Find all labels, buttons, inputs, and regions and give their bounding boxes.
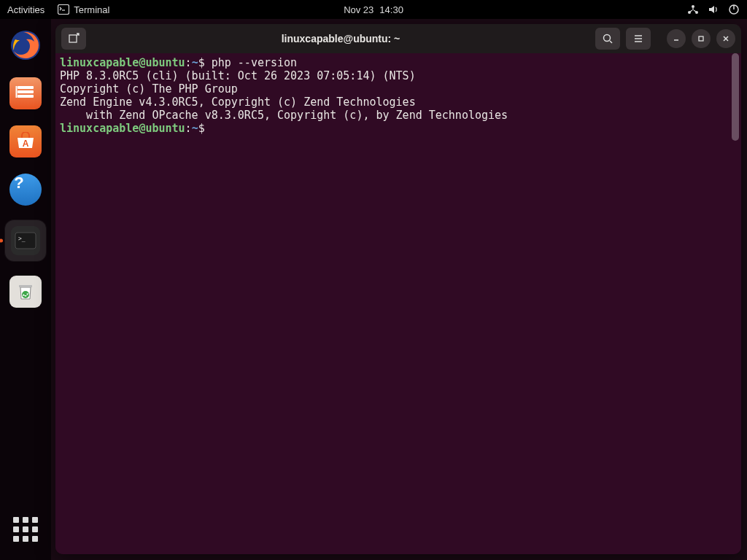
svg-point-17	[604, 35, 611, 42]
new-tab-button[interactable]	[61, 28, 86, 50]
active-app-label: Terminal	[74, 4, 109, 15]
svg-rect-20	[699, 36, 703, 41]
search-button[interactable]	[595, 28, 620, 50]
terminal-scrollbar[interactable]	[732, 53, 739, 552]
show-applications-button[interactable]	[8, 512, 43, 547]
date-label: Nov 23	[344, 4, 374, 15]
hamburger-icon	[632, 33, 644, 44]
network-icon[interactable]	[687, 4, 699, 15]
svg-line-18	[610, 41, 612, 43]
close-icon	[721, 34, 730, 43]
dock: A ? >_	[0, 19, 51, 560]
activities-button[interactable]: Activities	[7, 4, 44, 15]
svg-rect-8	[18, 90, 34, 93]
svg-point-1	[692, 5, 694, 8]
svg-text:>_: >_	[18, 236, 26, 242]
dock-item-files[interactable]	[8, 76, 43, 111]
scrollbar-thumb[interactable]	[732, 53, 739, 141]
close-button[interactable]	[716, 29, 735, 48]
svg-rect-0	[58, 5, 69, 15]
svg-text:A: A	[23, 139, 29, 149]
window-titlebar: linuxcapable@ubuntu: ~	[55, 24, 741, 53]
files-icon	[9, 77, 42, 109]
window-title: linuxcapable@ubuntu: ~	[92, 33, 589, 44]
gnome-topbar: Activities Terminal Nov 23 14:30	[0, 0, 747, 19]
search-icon	[602, 33, 614, 44]
svg-rect-15	[19, 285, 32, 287]
dock-item-trash[interactable]	[8, 274, 43, 309]
time-label: 14:30	[379, 4, 403, 15]
hamburger-menu-button[interactable]	[626, 28, 651, 50]
dock-item-software[interactable]: A	[8, 124, 43, 159]
trash-icon	[9, 276, 42, 308]
new-tab-icon	[68, 33, 80, 44]
dock-item-firefox[interactable]	[8, 28, 43, 63]
volume-icon[interactable]	[708, 4, 719, 15]
svg-rect-16	[69, 35, 77, 42]
maximize-button[interactable]	[692, 29, 711, 48]
svg-text:?: ?	[14, 174, 23, 192]
minimize-icon	[672, 34, 681, 43]
dock-item-help[interactable]: ?	[8, 172, 43, 207]
svg-rect-10	[16, 86, 18, 98]
software-icon: A	[9, 125, 42, 158]
clock[interactable]: Nov 23 14:30	[344, 4, 403, 15]
terminal-app-icon: >_	[11, 226, 40, 255]
power-icon[interactable]	[728, 4, 740, 15]
svg-rect-7	[18, 86, 34, 89]
maximize-icon	[697, 34, 705, 43]
dock-item-terminal[interactable]: >_	[5, 220, 46, 261]
minimize-button[interactable]	[667, 29, 686, 48]
terminal-window: linuxcapable@ubuntu: ~ linuxcapable@ubun…	[55, 24, 741, 554]
svg-rect-9	[18, 95, 34, 98]
active-app-indicator[interactable]: Terminal	[58, 4, 109, 15]
firefox-icon	[9, 29, 42, 61]
help-icon: ?	[9, 174, 42, 206]
terminal-output[interactable]: linuxcapable@ubuntu:~$ php --versionPHP …	[55, 53, 741, 554]
terminal-icon	[58, 4, 69, 15]
